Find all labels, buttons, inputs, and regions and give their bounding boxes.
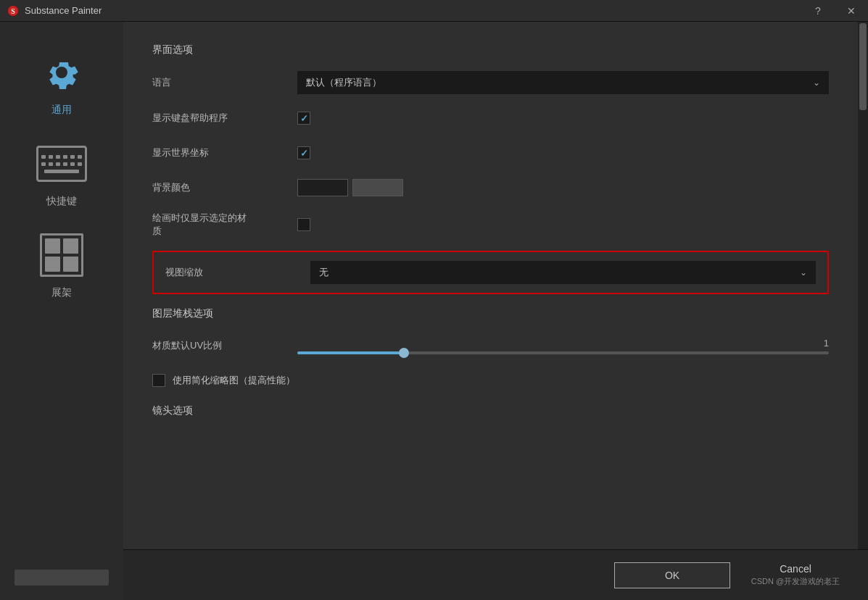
- sidebar-item-general-label: 通用: [51, 104, 72, 117]
- world-checkbox[interactable]: [297, 146, 310, 159]
- sidebar-bottom-bar: [15, 570, 109, 586]
- section-lens-title: 镜头选项: [152, 404, 829, 417]
- language-dropdown-arrow: ⌄: [813, 78, 820, 88]
- paint-material-control: [297, 218, 829, 231]
- setting-row-paint-material: 绘画时仅显示选定的材 质: [152, 212, 829, 238]
- section-layer-title: 图层堆栈选项: [152, 307, 829, 320]
- cancel-sub: CSDN @开发游戏的老王: [751, 576, 840, 587]
- uv-slider-fill: [297, 351, 404, 354]
- language-dropdown[interactable]: 默认（程序语言） ⌄: [297, 71, 829, 94]
- color-swatch-dark[interactable]: [297, 179, 348, 196]
- grid-icon: [36, 230, 87, 280]
- sidebar-item-general[interactable]: 通用: [0, 36, 123, 128]
- sidebar-item-shortcuts[interactable]: 快捷键: [0, 128, 123, 219]
- bgcolor-label: 背景颜色: [152, 181, 297, 194]
- viewport-zoom-label: 视图缩放: [165, 266, 310, 279]
- setting-row-language: 语言 默认（程序语言） ⌄: [152, 71, 829, 94]
- language-control: 默认（程序语言） ⌄: [297, 71, 829, 94]
- title-bar: S Substance Painter ? ✕: [0, 0, 868, 22]
- sidebar-item-shelf[interactable]: 展架: [0, 219, 123, 310]
- app-icon: S: [7, 5, 19, 17]
- bottom-bar: OK Cancel CSDN @开发游戏的老王: [123, 549, 868, 600]
- cancel-button[interactable]: Cancel: [780, 563, 811, 575]
- setting-row-simplified: 使用简化缩略图（提高性能）: [152, 370, 829, 391]
- keyboard-label: 显示键盘帮助程序: [152, 112, 297, 125]
- keyboard-icon: [36, 138, 87, 189]
- uv-slider[interactable]: [297, 351, 829, 354]
- viewport-zoom-arrow: ⌄: [800, 267, 807, 278]
- simplified-container: 使用简化缩略图（提高性能）: [152, 374, 295, 387]
- sidebar-bottom: [0, 562, 123, 600]
- bgcolor-control: [297, 179, 829, 196]
- scrollbar-thumb[interactable]: [859, 23, 867, 110]
- gear-icon: [36, 47, 87, 98]
- setting-row-bgcolor: 背景颜色: [152, 177, 829, 199]
- viewport-zoom-value: 无: [319, 266, 328, 279]
- scrollbar-track[interactable]: [858, 22, 868, 600]
- app-title: Substance Painter: [25, 5, 102, 16]
- cancel-area: Cancel CSDN @开发游戏的老王: [737, 562, 853, 588]
- ok-button[interactable]: OK: [614, 562, 730, 588]
- viewport-zoom-control: 无 ⌄: [310, 261, 816, 284]
- paint-material-checkbox[interactable]: [297, 218, 310, 231]
- uv-control: 1: [297, 338, 829, 354]
- color-swatches: [297, 179, 829, 196]
- language-label: 语言: [152, 76, 297, 89]
- main-container: 通用: [0, 22, 868, 600]
- language-value: 默认（程序语言）: [306, 76, 381, 89]
- color-swatch-medium[interactable]: [352, 179, 403, 196]
- viewport-zoom-dropdown[interactable]: 无 ⌄: [310, 261, 816, 284]
- bottom-padding: [152, 432, 829, 490]
- content-area: 界面选项 语言 默认（程序语言） ⌄ 显示键盘帮助程序: [123, 22, 858, 600]
- window-controls: ? ✕: [801, 0, 868, 22]
- section-interface-title: 界面选项: [152, 43, 829, 57]
- simplified-label: 使用简化缩略图（提高性能）: [173, 374, 295, 387]
- uv-label: 材质默认UV比例: [152, 339, 297, 352]
- svg-text:S: S: [11, 7, 15, 15]
- world-control: [297, 146, 829, 159]
- uv-value: 1: [297, 338, 829, 349]
- simplified-checkbox[interactable]: [152, 374, 165, 387]
- keyboard-control: [297, 112, 829, 125]
- setting-row-uv: 材质默认UV比例 1: [152, 335, 829, 357]
- keyboard-checkbox[interactable]: [297, 112, 310, 125]
- setting-row-world: 显示世界坐标: [152, 142, 829, 164]
- sidebar: 通用: [0, 22, 123, 600]
- svg-point-2: [56, 67, 67, 78]
- sidebar-item-shelf-label: 展架: [51, 286, 72, 299]
- close-button[interactable]: ✕: [835, 0, 868, 22]
- viewport-zoom-section: 视图缩放 无 ⌄: [152, 251, 829, 294]
- help-button[interactable]: ?: [801, 0, 835, 22]
- uv-slider-thumb[interactable]: [399, 348, 409, 358]
- setting-row-viewport-zoom: 视图缩放 无 ⌄: [165, 261, 816, 284]
- sidebar-item-shortcuts-label: 快捷键: [46, 195, 77, 208]
- paint-material-label: 绘画时仅显示选定的材 质: [152, 212, 297, 238]
- setting-row-keyboard: 显示键盘帮助程序: [152, 107, 829, 129]
- world-label: 显示世界坐标: [152, 146, 297, 159]
